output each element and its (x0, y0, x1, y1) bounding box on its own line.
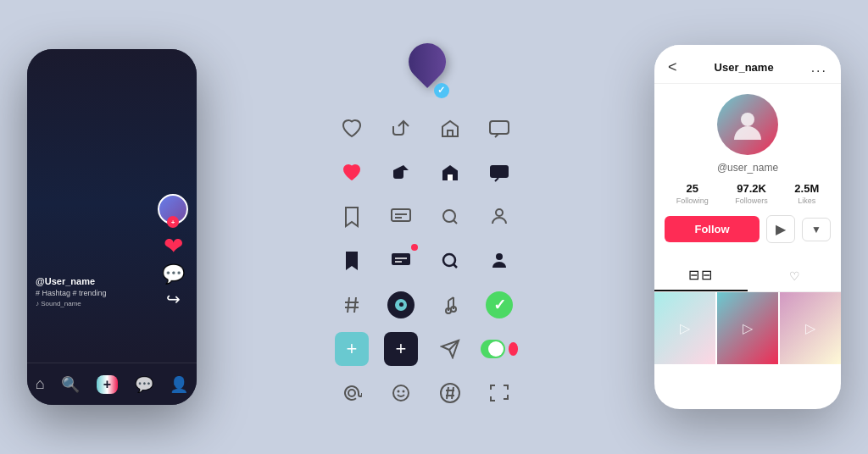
play-icon-1: ▷ (680, 320, 690, 336)
bookmark-filled-icon (333, 242, 370, 280)
svg-rect-0 (448, 130, 453, 136)
heart-outline-icon (333, 110, 370, 147)
following-count: 25 (687, 182, 698, 195)
followers-count: 97.2K (737, 182, 766, 195)
like-action[interactable]: ❤ (164, 235, 183, 258)
send-outline-icon (431, 330, 469, 368)
profile-handle: @user_name (717, 162, 778, 174)
hashtag-circle-icon (431, 374, 469, 412)
video-sound: ♪ Sound_name (36, 300, 150, 307)
video-username: @User_name (36, 276, 150, 286)
smiley-icon (382, 374, 420, 412)
comment-action[interactable]: 💬 (162, 265, 185, 284)
svg-line-13 (354, 297, 356, 313)
more-options-button[interactable]: ... (811, 60, 827, 75)
nav-profile-icon[interactable]: 👤 (170, 375, 188, 394)
tab-liked-icon: ♡ (789, 269, 800, 283)
right-phone-header: < User_name ... (654, 45, 841, 84)
main-container: ❤ 💬 ↪ @User_name # Hashtag # trending ♪ … (27, 19, 841, 435)
avatar-sm[interactable] (158, 194, 188, 224)
svg-rect-2 (448, 174, 453, 180)
home-outline-icon (431, 110, 469, 147)
following-stat: 25 Following (676, 182, 709, 205)
svg-point-18 (393, 385, 409, 401)
toggle-switch[interactable] (481, 340, 505, 358)
hashtag-icon (333, 286, 370, 324)
profile-section: @user_name 25 Following 97.2K Followers … (654, 84, 841, 260)
right-phone: < User_name ... @user_name 25 Following … (654, 45, 841, 409)
stats-row: 25 Following 97.2K Followers 2.5M Likes (654, 182, 841, 205)
share-filled-icon (382, 154, 420, 191)
profile-pin: ✓ (403, 43, 449, 98)
person-outline-icon (481, 198, 518, 235)
follow-button[interactable]: Follow (665, 216, 760, 242)
share-icon: ↪ (166, 291, 181, 307)
pin-check-icon: ✓ (434, 83, 449, 98)
followers-label: Followers (735, 197, 768, 205)
at-icon (333, 374, 370, 412)
svg-point-5 (443, 210, 455, 222)
video-thumb-3[interactable]: ▷ (780, 292, 841, 364)
video-thumb-1[interactable]: ▷ (654, 292, 715, 364)
svg-point-21 (441, 384, 459, 402)
music-note-icon (431, 286, 469, 324)
side-actions: ❤ 💬 ↪ (158, 194, 188, 307)
plus-teal-button[interactable]: + (335, 332, 369, 366)
likes-stat: 2.5M Likes (794, 182, 819, 205)
left-phone: ❤ 💬 ↪ @User_name # Hashtag # trending ♪ … (27, 49, 197, 405)
svg-rect-7 (392, 253, 410, 265)
heart-filled-icon (333, 154, 370, 191)
home-filled-icon (431, 154, 469, 191)
icons-grid: ✓ + + (331, 110, 520, 412)
left-phone-content: ❤ 💬 ↪ @User_name # Hashtag # trending ♪ … (27, 49, 197, 358)
tab-videos-icon: ⊟⊟ (688, 267, 714, 283)
nav-home-icon[interactable]: ⌂ (36, 375, 45, 393)
likes-count: 2.5M (794, 182, 819, 195)
share-action[interactable]: ↪ (166, 291, 181, 307)
plus-dark-icon[interactable]: + (382, 330, 420, 368)
header-username: User_name (715, 61, 774, 74)
profile-avatar (717, 94, 778, 155)
svg-line-24 (447, 387, 448, 399)
nav-search-icon[interactable]: 🔍 (61, 375, 80, 394)
nav-plus-button[interactable]: + (97, 375, 118, 394)
back-button[interactable]: < (668, 58, 677, 76)
expand-icon (481, 374, 518, 412)
search-filled-icon (431, 242, 469, 280)
message-badge-icon (382, 242, 420, 280)
chat-filled-icon (481, 154, 518, 191)
plus-dark-button[interactable]: + (384, 332, 418, 366)
svg-line-25 (452, 387, 453, 399)
toggle-with-red-dot[interactable] (481, 330, 518, 368)
disc-icon (382, 286, 420, 324)
person-filled-icon (481, 242, 518, 280)
play-icon-2: ▷ (743, 320, 753, 336)
svg-point-8 (443, 254, 455, 266)
nav-inbox-icon[interactable]: 💬 (135, 375, 153, 394)
bottom-nav: ⌂ 🔍 + 💬 👤 (27, 363, 197, 405)
video-thumb-2[interactable]: ▷ (717, 292, 778, 364)
comment-icon: 💬 (162, 265, 185, 284)
youtube-button[interactable]: ▶ (766, 215, 795, 243)
svg-point-9 (496, 253, 503, 260)
search-outline-icon (431, 198, 469, 235)
chat-outline-icon (481, 110, 518, 147)
svg-rect-1 (490, 121, 509, 134)
svg-point-6 (496, 209, 503, 216)
video-grid: ▷ ▷ ▷ (654, 292, 841, 364)
tab-liked[interactable]: ♡ (748, 260, 841, 291)
more-arrow-button[interactable]: ▼ (802, 218, 831, 241)
share-outline-icon (382, 110, 420, 147)
svg-point-17 (348, 390, 355, 396)
likes-label: Likes (798, 197, 815, 205)
plus-teal-icon[interactable]: + (333, 330, 370, 368)
profile-tabs: ⊟⊟ ♡ (654, 260, 841, 292)
video-tags: # Hashtag # trending (36, 289, 150, 297)
svg-point-26 (741, 113, 754, 126)
play-icon-3: ▷ (805, 320, 815, 336)
message-outline-icon (382, 198, 420, 235)
svg-line-12 (348, 297, 349, 313)
tab-videos[interactable]: ⊟⊟ (654, 260, 748, 291)
following-label: Following (676, 197, 709, 205)
bookmark-outline-icon (333, 198, 370, 235)
